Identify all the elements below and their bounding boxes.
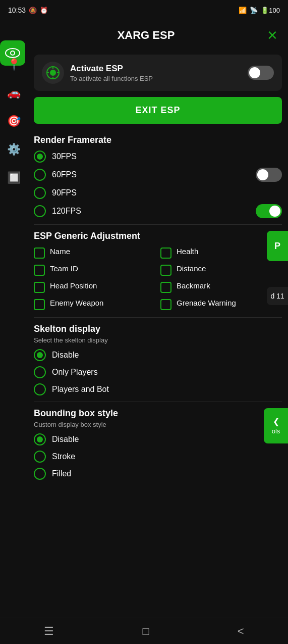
checkbox-name-label: Name [50, 246, 70, 257]
checkbox-head-position-label: Head Position [50, 281, 97, 291]
bounding-box-heading: Bounding box style [34, 408, 282, 419]
checkbox-name[interactable]: Name [34, 246, 155, 259]
fps-30-label: 30FPS [52, 152, 77, 161]
nav-menu-icon[interactable]: ☰ [44, 625, 54, 638]
checkbox-health[interactable]: Health [160, 246, 282, 259]
checkbox-teamid[interactable]: Team ID [34, 264, 155, 276]
checkbox-name-box[interactable] [34, 247, 45, 259]
fps-120-label: 120FPS [52, 207, 81, 216]
fps-30-radio[interactable] [34, 151, 46, 163]
fps-120-toggle[interactable] [256, 204, 282, 218]
checkbox-distance-label: Distance [177, 264, 206, 274]
bounding-box-section: Bounding box style Custom display box st… [34, 408, 282, 480]
close-button[interactable]: ✕ [267, 28, 278, 43]
esp-tab-p-label: P [274, 241, 280, 252]
skelton-subheading: Select the skelton display [34, 336, 282, 344]
checkbox-head-position[interactable]: Head Position [34, 281, 155, 293]
checkbox-backmark-box[interactable] [160, 282, 171, 293]
nav-back-icon[interactable]: < [238, 625, 244, 638]
checkbox-health-box[interactable] [160, 247, 171, 259]
bbox-tab-arrow: ❮ [273, 417, 279, 426]
skelton-disable-option[interactable]: Disable [34, 349, 282, 361]
esp-right-tab-p[interactable]: P [267, 231, 288, 261]
render-framerate-heading: Render Framerate [34, 135, 282, 145]
mute-icon: 🔕 [29, 7, 37, 14]
time-display: 10:53 [8, 6, 26, 14]
bbox-right-tab[interactable]: ❮ ols [264, 408, 288, 443]
signal-icon: 📶 [239, 7, 247, 14]
activate-esp-toggle[interactable] [248, 66, 274, 80]
esp-generic-heading: ESP Generic Adjustment [34, 231, 282, 241]
render-framerate-section: Render Framerate 30FPS 60FPS 90FPS [34, 135, 282, 218]
esp-tab-number-label: d 11 [270, 292, 284, 300]
skelton-players-bot-label: Players and Bot [52, 385, 109, 394]
skelton-display-section: Skelton display Select the skelton displ… [34, 324, 282, 395]
fps-60-row[interactable]: 60FPS [34, 168, 282, 182]
sidebar-settings-icon[interactable]: ⚙️ [5, 140, 23, 159]
skelton-disable-radio[interactable] [34, 349, 46, 361]
bbox-filled-radio[interactable] [34, 468, 46, 480]
bbox-filled-option[interactable]: Filled [34, 468, 282, 480]
bbox-stroke-radio[interactable] [34, 451, 46, 463]
fps-90-row[interactable]: 90FPS [34, 187, 282, 199]
svg-point-4 [50, 70, 56, 76]
battery-icon: 🔋100 [261, 7, 280, 14]
fps-30-row[interactable]: 30FPS [34, 151, 282, 163]
esp-generic-grid: Name Health Team ID Distance Head Positi… [34, 246, 282, 310]
activate-esp-subtitle: To activate all functions ESP [70, 75, 242, 82]
checkbox-health-label: Health [177, 246, 198, 257]
bbox-stroke-label: Stroke [52, 452, 75, 461]
sidebar-car-icon[interactable]: 🚗 [5, 84, 23, 102]
nav-bar: ☰ □ < [0, 618, 288, 644]
activate-esp-icon [42, 62, 64, 84]
fps-60-radio[interactable] [34, 169, 46, 181]
sidebar-chip-icon[interactable]: 🔲 [5, 169, 23, 187]
fps-60-toggle[interactable] [256, 168, 282, 182]
fps-60-label: 60FPS [52, 170, 77, 179]
activate-esp-card: Activate ESP To activate all functions E… [34, 55, 282, 91]
skelton-only-players-radio[interactable] [34, 366, 46, 378]
fps-90-radio[interactable] [34, 187, 46, 199]
checkbox-enemy-weapon[interactable]: Enemy Weapon [34, 298, 155, 310]
status-left: 10:53 🔕 ⏰ [8, 6, 48, 14]
checkbox-grenade-warning-label: Grenade Warning [177, 298, 236, 308]
fps-90-label: 90FPS [52, 188, 77, 197]
skelton-players-bot-option[interactable]: Players and Bot [34, 383, 282, 395]
skelton-only-players-option[interactable]: Only Players [34, 366, 282, 378]
checkbox-grenade-warning-box[interactable] [160, 299, 171, 310]
activate-esp-text: Activate ESP To activate all functions E… [70, 64, 242, 82]
fps-120-radio[interactable] [34, 205, 46, 217]
app-title: XARG ESP [25, 29, 267, 42]
status-right: 📶 📡 🔋100 [239, 7, 280, 14]
checkbox-backmark[interactable]: Backmark [160, 281, 282, 293]
sidebar-location-icon[interactable]: 📍 [5, 56, 23, 74]
checkbox-teamid-label: Team ID [50, 264, 78, 274]
sidebar: 📍 🚗 🎯 ⚙️ 🔲 [0, 51, 28, 187]
bounding-box-subheading: Custom display box style [34, 421, 282, 428]
main-content: Activate ESP To activate all functions E… [28, 51, 288, 525]
checkbox-head-position-box[interactable] [34, 282, 45, 293]
nav-home-icon[interactable]: □ [142, 625, 149, 638]
bbox-disable-radio[interactable] [34, 433, 46, 445]
bbox-stroke-option[interactable]: Stroke [34, 451, 282, 463]
checkbox-distance[interactable]: Distance [160, 264, 282, 276]
skelton-heading: Skelton display [34, 324, 282, 334]
checkbox-backmark-label: Backmark [177, 281, 210, 291]
sidebar-target-icon[interactable]: 🎯 [5, 112, 23, 130]
skelton-disable-label: Disable [52, 351, 79, 360]
bbox-disable-option[interactable]: Disable [34, 433, 282, 445]
checkbox-enemy-weapon-box[interactable] [34, 299, 45, 310]
skelton-only-players-label: Only Players [52, 368, 98, 377]
esp-generic-section: ESP Generic Adjustment Name Health Team … [34, 231, 282, 310]
exit-esp-button[interactable]: EXIT ESP [34, 97, 282, 124]
bbox-tab-label: ols [272, 427, 280, 435]
checkbox-grenade-warning[interactable]: Grenade Warning [160, 298, 282, 310]
alarm-icon: ⏰ [40, 7, 48, 14]
fps-120-row[interactable]: 120FPS [34, 204, 282, 218]
bbox-disable-label: Disable [52, 435, 79, 444]
checkbox-teamid-box[interactable] [34, 265, 45, 276]
skelton-players-bot-radio[interactable] [34, 383, 46, 395]
checkbox-enemy-weapon-label: Enemy Weapon [50, 298, 103, 308]
checkbox-distance-box[interactable] [160, 265, 171, 276]
status-bar: 10:53 🔕 ⏰ 📶 📡 🔋100 [0, 0, 288, 20]
